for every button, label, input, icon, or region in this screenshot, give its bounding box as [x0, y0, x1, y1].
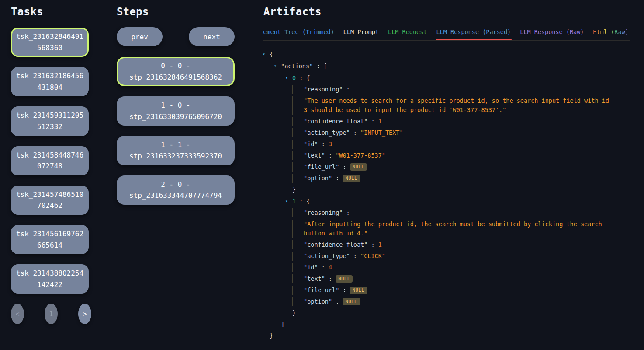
step-button[interactable]: 0 - 0 - stp_231632846491568362: [117, 57, 235, 86]
json-line: ▾1 : {: [270, 195, 630, 207]
indent-guide: [292, 252, 304, 261]
json-line-content: ]: [281, 320, 630, 329]
indent-guide: [281, 96, 292, 115]
json-line-content: "id" : 4: [304, 263, 630, 272]
null-badge: NULL: [350, 163, 367, 171]
task-list: tsk_231632846491568360tsk_23163218645643…: [11, 28, 89, 294]
json-line: ▾{: [270, 48, 630, 60]
task-button[interactable]: tsk_231458448746072748: [11, 146, 89, 175]
json-line: }: [270, 330, 630, 341]
json-line: "After inputting the product id, the sea…: [270, 218, 630, 239]
indent-guide: [281, 140, 292, 149]
tab-element-tree-trimmed[interactable]: Element Tree (Trimmed): [263, 28, 334, 35]
tab-llm-request[interactable]: LLM Request: [388, 28, 427, 35]
indent-guide: [292, 286, 304, 295]
json-key: "action_type": [304, 252, 350, 259]
json-line-content: "action_type" : "CLICK": [304, 252, 630, 261]
json-line: "reasoning" :: [270, 207, 630, 218]
json-line-content: ▾{: [270, 49, 630, 59]
json-punct: :: [367, 241, 378, 248]
tab-html-raw[interactable]: Html (Raw): [593, 28, 629, 35]
json-line-content: ▾1 : {: [292, 196, 630, 206]
step-button[interactable]: 1 - 1 - stp_231633237333592370: [117, 136, 235, 165]
json-punct: :: [350, 129, 360, 136]
indent-guide: [292, 128, 304, 137]
json-line-content: ▾0 : {: [292, 73, 630, 83]
json-key: "option": [304, 298, 332, 305]
json-key: "id": [304, 140, 318, 147]
step-button[interactable]: 1 - 0 - stp_231633039765096720: [117, 96, 235, 126]
json-value-string: "After inputting the product id, the sea…: [304, 220, 611, 238]
json-line-content: }: [292, 308, 630, 318]
step-button[interactable]: 2 - 0 - stp_231633344707774794: [117, 175, 235, 205]
json-line-content: "text" : NULL: [304, 274, 630, 284]
indent-guide: [270, 308, 281, 318]
artifacts-panel: Artifacts Element Tree (Trimmed)LLM Prom…: [263, 6, 644, 350]
null-badge: NULL: [336, 275, 353, 283]
indent-guide: [270, 117, 281, 126]
json-line-content: "reasoning" :: [304, 85, 630, 94]
json-punct: [: [324, 63, 327, 70]
indent-guide: [292, 174, 304, 183]
json-value-string: "CLICK": [360, 252, 385, 259]
indent-guide: [270, 85, 281, 94]
pagination-page-1-button[interactable]: 1: [45, 304, 58, 324]
json-line: "action_type" : "INPUT_TEXT": [270, 127, 630, 138]
json-punct: :: [339, 163, 350, 170]
collapse-arrow-icon[interactable]: ▾: [274, 61, 281, 70]
indent-guide: [281, 162, 292, 172]
indent-guide: [292, 140, 304, 149]
collapse-arrow-icon[interactable]: ▾: [263, 49, 270, 59]
task-button[interactable]: tsk_231632186456431804: [11, 67, 89, 96]
json-line: "file_url" : NULL: [270, 161, 630, 172]
step-list: 0 - 0 - stp_2316328464915683621 - 0 - st…: [117, 57, 235, 205]
next-step-button[interactable]: next: [189, 27, 235, 46]
json-key: "file_url": [304, 163, 339, 170]
indent-guide: [270, 140, 281, 149]
task-button[interactable]: tsk_231456169762665614: [11, 225, 89, 254]
indent-guide: [270, 286, 281, 295]
json-key: "text": [304, 152, 325, 159]
task-button[interactable]: tsk_231632846491568360: [11, 28, 89, 57]
json-line: "file_url" : NULL: [270, 284, 630, 296]
indent-guide: [292, 117, 304, 126]
collapse-arrow-icon[interactable]: ▾: [285, 73, 292, 82]
json-punct: : {: [296, 74, 310, 81]
json-punct: :: [325, 275, 336, 282]
json-punct: :: [332, 175, 343, 182]
task-button[interactable]: tsk_231459311205512332: [11, 106, 89, 136]
indent-guide: [270, 162, 281, 172]
json-line-content: "id" : 3: [304, 140, 630, 149]
json-punct: : {: [296, 198, 310, 205]
task-button[interactable]: tsk_231438802254142422: [11, 264, 89, 294]
json-value-number: 1: [378, 118, 382, 125]
pagination-prev-button[interactable]: <: [11, 304, 24, 324]
prev-step-button[interactable]: prev: [117, 27, 163, 46]
json-punct: :: [339, 287, 350, 294]
json-line-content: "file_url" : NULL: [304, 162, 630, 172]
indent-guide: [281, 252, 292, 261]
json-array-index: 1: [292, 198, 296, 205]
tab-llm-response-parsed[interactable]: LLM Response (Parsed): [436, 28, 511, 35]
indent-guide: [270, 208, 281, 217]
indent-guide: [281, 174, 292, 183]
tab-llm-response-raw[interactable]: LLM Response (Raw): [520, 28, 584, 35]
json-key: "option": [304, 175, 332, 182]
json-line-content: }: [292, 185, 630, 194]
indent-guide: [281, 128, 292, 137]
task-button[interactable]: tsk_231457486510702462: [11, 186, 89, 215]
tab-llm-prompt[interactable]: LLM Prompt: [343, 28, 379, 35]
json-line-content: "file_url" : NULL: [304, 286, 630, 295]
json-key: "confidence_float": [304, 118, 367, 125]
indent-guide: [270, 96, 281, 115]
json-punct: ]: [281, 321, 284, 328]
json-punct: }: [270, 332, 273, 339]
indent-guide: [281, 208, 292, 217]
json-line-content: ▾"actions" : [: [281, 61, 630, 71]
pagination-next-button[interactable]: >: [78, 304, 91, 324]
indent-guide: [292, 297, 304, 306]
json-key: "action_type": [304, 129, 350, 136]
collapse-arrow-icon[interactable]: ▾: [285, 196, 292, 206]
json-line-content: "confidence_float" : 1: [304, 240, 630, 249]
indent-guide: [292, 85, 304, 94]
